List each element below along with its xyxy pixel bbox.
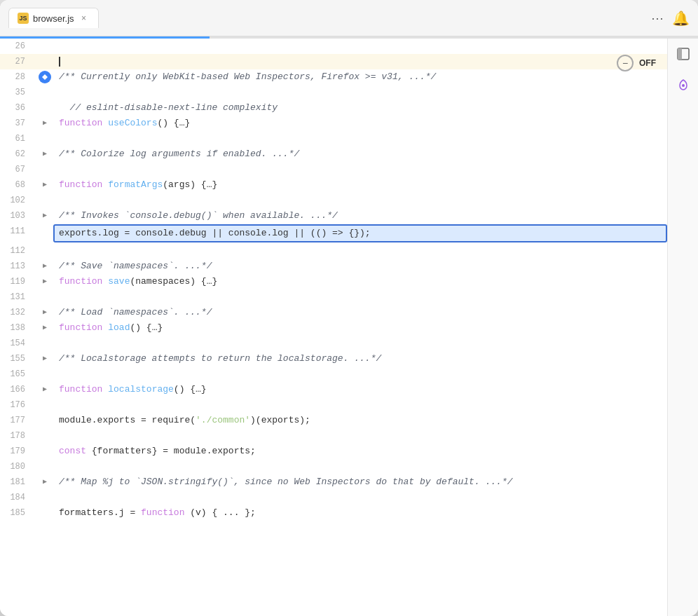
line-content: /** Currently only WebKit-based Web Insp… bbox=[53, 69, 667, 85]
sidebar-icon-panel[interactable] bbox=[673, 44, 693, 64]
table-row: 35 bbox=[0, 85, 667, 100]
table-row: 178 bbox=[0, 428, 667, 444]
line-number: 103 bbox=[0, 208, 36, 224]
table-row: 138 ▶ function load() {…} bbox=[0, 320, 667, 336]
right-sidebar bbox=[667, 39, 698, 616]
minus-circle-button[interactable]: − bbox=[617, 55, 634, 71]
line-content: /** Colorize log arguments if enabled. .… bbox=[53, 146, 667, 162]
line-content: /** Map %j to `JSON.stringify()`, since … bbox=[53, 474, 667, 490]
line-content bbox=[53, 193, 667, 208]
line-gutter bbox=[36, 100, 53, 116]
line-number: 176 bbox=[0, 397, 36, 413]
line-content bbox=[53, 131, 667, 146]
line-gutter bbox=[36, 39, 53, 54]
table-row: 67 bbox=[0, 162, 667, 177]
code-editor[interactable]: 26 27 28 bbox=[0, 39, 667, 616]
line-gutter bbox=[36, 193, 53, 208]
sidebar-icon-plugin[interactable] bbox=[673, 75, 693, 95]
line-gutter bbox=[36, 289, 53, 305]
table-row: 155 ▶ /** Localstorage attempts to retur… bbox=[0, 351, 667, 367]
fold-arrow[interactable]: ▶ bbox=[43, 474, 47, 490]
table-row: 62 ▶ /** Colorize log arguments if enabl… bbox=[0, 146, 667, 162]
line-content bbox=[53, 54, 667, 69]
file-tab[interactable]: JS browser.js × bbox=[8, 8, 99, 28]
line-gutter bbox=[36, 490, 53, 505]
line-gutter: ▶ bbox=[36, 208, 53, 224]
off-toggle-area: − OFF bbox=[617, 55, 656, 71]
line-content: function load() {…} bbox=[53, 320, 667, 336]
table-row: 180 bbox=[0, 459, 667, 474]
line-number: 113 bbox=[0, 259, 36, 274]
line-gutter bbox=[36, 367, 53, 382]
line-gutter bbox=[36, 224, 53, 243]
line-content: function useColors() {…} bbox=[53, 116, 667, 131]
fold-arrow[interactable]: ▶ bbox=[43, 351, 47, 367]
line-content: /** Save `namespaces`. ...*/ bbox=[53, 259, 667, 274]
table-row: 131 bbox=[0, 289, 667, 305]
line-content bbox=[53, 289, 667, 305]
fold-arrow[interactable]: ▶ bbox=[43, 320, 47, 336]
fold-arrow[interactable]: ▶ bbox=[43, 146, 47, 162]
fold-arrow[interactable]: ▶ bbox=[43, 177, 47, 193]
line-gutter: ▶ bbox=[36, 274, 53, 289]
table-row: 37 ▶ function useColors() {…} bbox=[0, 116, 667, 131]
line-number: 102 bbox=[0, 193, 36, 208]
tab-close-button[interactable]: × bbox=[78, 13, 90, 24]
line-gutter: ▶ bbox=[36, 259, 53, 274]
svg-rect-1 bbox=[678, 48, 682, 60]
table-row: 36 // eslint-disable-next-line complexit… bbox=[0, 100, 667, 116]
more-icon[interactable]: ⋯ bbox=[651, 11, 664, 26]
line-number: 166 bbox=[0, 382, 36, 397]
line-content bbox=[53, 428, 667, 444]
fold-arrow[interactable]: ▶ bbox=[43, 208, 47, 224]
table-row: 181 ▶ /** Map %j to `JSON.stringify()`, … bbox=[0, 474, 667, 490]
off-label[interactable]: OFF bbox=[639, 58, 656, 68]
main-area: 26 27 28 bbox=[0, 39, 698, 616]
line-number: 35 bbox=[0, 85, 36, 100]
table-row: 27 bbox=[0, 54, 667, 69]
line-number: 131 bbox=[0, 289, 36, 305]
line-number: 67 bbox=[0, 162, 36, 177]
fold-arrow[interactable]: ▶ bbox=[43, 305, 47, 320]
line-content bbox=[53, 162, 667, 177]
line-gutter bbox=[36, 459, 53, 474]
line-gutter bbox=[36, 505, 53, 521]
fold-arrow[interactable]: ▶ bbox=[43, 259, 47, 274]
line-gutter bbox=[36, 397, 53, 413]
line-number: 62 bbox=[0, 146, 36, 162]
line-content: function localstorage() {…} bbox=[53, 382, 667, 397]
table-row: 68 ▶ function formatArgs(args) {…} bbox=[0, 177, 667, 193]
line-gutter bbox=[36, 413, 53, 428]
line-gutter: ▶ bbox=[36, 177, 53, 193]
table-row: 119 ▶ function save(namespaces) {…} bbox=[0, 274, 667, 289]
line-number: 68 bbox=[0, 177, 36, 193]
fold-arrow[interactable]: ▶ bbox=[43, 116, 47, 131]
fold-arrow[interactable]: ▶ bbox=[43, 382, 47, 397]
titlebar: JS browser.js × ⋯ 🔔 bbox=[0, 0, 698, 36]
table-row: 185 formatters.j = function (v) { ... }; bbox=[0, 505, 667, 521]
svg-point-2 bbox=[682, 84, 685, 87]
line-number: 61 bbox=[0, 131, 36, 146]
table-row: 177 module.exports = require('./common')… bbox=[0, 413, 667, 428]
line-number: 154 bbox=[0, 336, 36, 351]
line-content bbox=[53, 336, 667, 351]
line-gutter bbox=[36, 162, 53, 177]
line-gutter bbox=[36, 85, 53, 100]
table-row: 26 bbox=[0, 39, 667, 54]
line-number: 177 bbox=[0, 413, 36, 428]
breakpoint-icon[interactable] bbox=[39, 71, 51, 83]
line-content bbox=[53, 367, 667, 382]
table-row: 111 exports.log = console.debug || conso… bbox=[0, 224, 667, 243]
line-gutter: ▶ bbox=[36, 382, 53, 397]
table-row: 113 ▶ /** Save `namespaces`. ...*/ bbox=[0, 259, 667, 274]
line-content bbox=[53, 459, 667, 474]
line-gutter bbox=[36, 69, 53, 85]
editor-window: JS browser.js × ⋯ 🔔 − OFF 26 bbox=[0, 0, 698, 616]
line-number: 181 bbox=[0, 474, 36, 490]
fold-arrow[interactable]: ▶ bbox=[43, 274, 47, 289]
line-gutter: ▶ bbox=[36, 351, 53, 367]
line-gutter bbox=[36, 428, 53, 444]
line-gutter: ▶ bbox=[36, 116, 53, 131]
bell-icon[interactable]: 🔔 bbox=[672, 10, 690, 27]
line-number: 132 bbox=[0, 305, 36, 320]
